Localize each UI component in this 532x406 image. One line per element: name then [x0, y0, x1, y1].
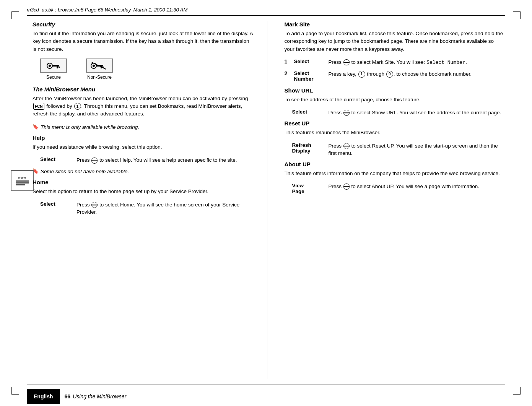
help-note-text: Some sites do not have help available.: [41, 168, 129, 175]
footer-chapter-text: Using the MiniBrowser: [73, 393, 126, 400]
step-1-num: 1: [285, 58, 294, 65]
secure-label: Secure: [46, 75, 61, 80]
key-1-circle: 1: [358, 71, 365, 78]
home-select-desc: Press to select Home. You will see the h…: [76, 201, 254, 216]
www-text: www: [18, 176, 26, 179]
select-number-mono: Select Number.: [426, 60, 468, 65]
theta-6: [343, 184, 350, 190]
right-column: Mark Site To add a page to your bookmark…: [281, 21, 506, 379]
note-icon-2: 🔖: [33, 168, 39, 175]
note-icon-1: 🔖: [33, 123, 39, 131]
corner-mark-tl: [11, 11, 23, 23]
security-section: Security To find out if the information …: [33, 21, 254, 80]
help-title: Help: [33, 135, 254, 141]
step-2-label: SelectNumber: [294, 70, 329, 82]
header-text: m3cd_us.bk : browse.fm5 Page 66 Wednesda…: [27, 7, 505, 13]
security-title: Security: [33, 21, 254, 28]
theta-1: [91, 158, 98, 164]
about-up-body: This feature offers information on the c…: [285, 170, 506, 177]
help-note: 🔖 Some sites do not have help available.: [33, 168, 254, 175]
non-secure-icon-box: [86, 58, 113, 73]
svg-point-1: [49, 65, 51, 67]
key-9-circle: 9: [386, 71, 393, 78]
theta-4: [343, 110, 350, 116]
step-1-label: Select: [294, 58, 329, 64]
footer-rule: [27, 385, 505, 385]
reset-up-section: Reset UP This features relaunches the Mi…: [285, 120, 506, 157]
step-2-desc: Press a key, 1 through 9, to choose the …: [329, 70, 506, 78]
non-secure-label: Non-Secure: [87, 75, 112, 80]
theta-3: [343, 59, 350, 65]
step-1-desc: Press to select Mark Site. You will see:…: [329, 58, 506, 67]
reset-up-title: Reset UP: [285, 120, 506, 127]
language-badge: English: [27, 389, 60, 404]
show-url-select-desc: Press to select Show URL. You will see t…: [329, 109, 506, 117]
svg-rect-3: [57, 67, 58, 68]
footer: English 66 Using the MiniBrowser: [0, 387, 532, 406]
help-section: Help If you need assistance while browsi…: [33, 135, 254, 175]
mark-site-step-2: 2 SelectNumber Press a key, 1 through 9,…: [285, 70, 506, 82]
minibrowser-menu-title: The MiniBrowser Menu: [33, 86, 254, 93]
secure-key-svg: [46, 61, 61, 70]
show-url-body: To see the address of the current page, …: [285, 96, 506, 104]
refresh-display-label: RefreshDisplay: [292, 142, 329, 154]
help-instr-row: Select Press to select Help. You will se…: [40, 156, 254, 164]
help-select-label: Select: [40, 156, 76, 162]
svg-rect-4: [59, 67, 60, 68]
theta-2: [91, 202, 98, 208]
reset-up-body: This features relaunches the MiniBrowser…: [285, 129, 506, 136]
about-up-title: About UP: [285, 161, 506, 167]
home-title: Home: [33, 179, 254, 185]
minibrowser-menu-section: The MiniBrowser Menu After the MiniBrows…: [33, 86, 254, 131]
svg-rect-2: [52, 65, 59, 67]
view-page-desc: Press to select About UP. You will see a…: [329, 183, 506, 190]
left-column: Security To find out if the information …: [27, 21, 254, 379]
wave-line-3: [16, 184, 25, 185]
secure-icon-wrap: Secure: [40, 58, 67, 80]
minibrowser-menu-note-text: This menu is only available while browsi…: [41, 123, 139, 131]
mark-site-section: Mark Site To add a page to your bookmark…: [285, 21, 506, 82]
key-1: 1: [74, 103, 81, 110]
corner-mark-tr: [509, 11, 521, 23]
security-body: To find out if the information you are s…: [33, 30, 254, 53]
secure-icon-box: [40, 58, 67, 73]
mark-site-title: Mark Site: [285, 21, 506, 28]
reset-up-instr-row: RefreshDisplay Press to select Reset UP.…: [292, 142, 506, 157]
show-url-section: Show URL To see the address of the curre…: [285, 87, 506, 117]
step-2-num: 2: [285, 70, 294, 76]
home-select-label: Select: [40, 201, 76, 207]
home-section: Home Select this option to return to the…: [33, 179, 254, 216]
svg-point-6: [93, 65, 95, 67]
mark-site-body: To add a page to your bookmark list, cho…: [285, 30, 506, 53]
column-divider: [267, 21, 267, 379]
about-up-instr-row: ViewPage Press to select About UP. You w…: [292, 183, 506, 194]
about-up-section: About UP This feature offers information…: [285, 161, 506, 194]
show-url-instr-row: Select Press to select Show URL. You wil…: [292, 109, 506, 117]
minibrowser-menu-note: 🔖 This menu is only available while brow…: [33, 123, 254, 131]
show-url-title: Show URL: [285, 87, 506, 94]
home-instr-row: Select Press to select Home. You will se…: [40, 201, 254, 216]
help-body: If you need assistance while browsing, s…: [33, 143, 254, 151]
home-body: Select this option to return to the home…: [33, 188, 254, 195]
show-url-select-label: Select: [292, 109, 329, 115]
header-rule: [27, 15, 505, 16]
non-secure-key-svg: [90, 61, 109, 70]
non-secure-icon-wrap: Non-Secure: [86, 58, 113, 80]
footer-page-number: 66: [65, 393, 71, 400]
main-content: Security To find out if the information …: [27, 21, 505, 379]
mark-site-steps: 1 Select Press to select Mark Site. You …: [285, 58, 506, 82]
fcn-key: FCN: [33, 103, 44, 110]
mark-site-step-1: 1 Select Press to select Mark Site. You …: [285, 58, 506, 67]
view-page-label: ViewPage: [292, 183, 329, 194]
refresh-display-desc: Press to select Reset UP. You will see t…: [329, 142, 506, 157]
minibrowser-menu-body: After the MiniBrowser has been launched,…: [33, 95, 254, 118]
security-icons: Secure: [40, 58, 254, 80]
help-select-desc: Press to select Help. You will see a hel…: [76, 156, 254, 164]
theta-5: [343, 143, 350, 149]
